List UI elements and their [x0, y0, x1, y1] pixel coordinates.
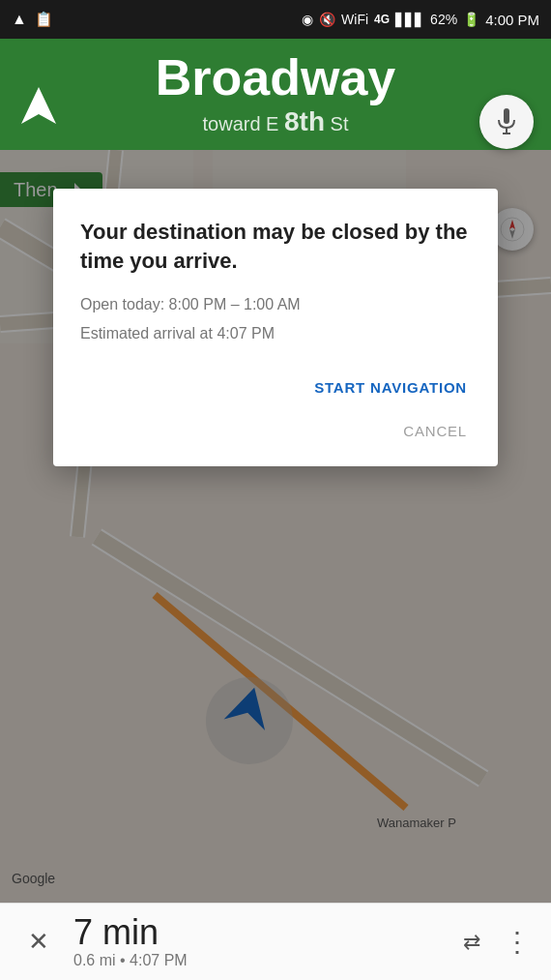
- distance-arrival: 0.6 mi • 4:07 PM: [73, 952, 463, 969]
- navigation-icon: ▲: [12, 11, 27, 28]
- status-bar: ▲ 📋 ◉ 🔇 WiFi 4G ▋▋▋ 62% 🔋 4:00 PM: [0, 0, 551, 39]
- more-options-button[interactable]: ⋮: [504, 926, 532, 958]
- estimated-arrival: Estimated arrival at 4:07 PM: [80, 325, 471, 342]
- battery-percent: 62%: [430, 12, 457, 27]
- status-left-icons: ▲ 📋: [12, 11, 53, 28]
- mute-icon: 🔇: [319, 12, 335, 27]
- dialog-title: Your destination may be closed by the ti…: [80, 218, 471, 275]
- close-button[interactable]: ✕: [19, 927, 58, 957]
- battery-icon: 🔋: [463, 12, 479, 27]
- toward-label: toward E 8th St: [203, 106, 349, 137]
- bottom-actions: ⇄ ⋮: [463, 926, 532, 958]
- svg-rect-1: [504, 108, 509, 124]
- network-4g-label: 4G: [374, 13, 390, 26]
- street-name: Broadway: [156, 52, 396, 103]
- arrival-time: 4:07 PM: [130, 952, 188, 968]
- cancel-button[interactable]: CANCEL: [399, 415, 471, 447]
- wifi-icon: WiFi: [341, 12, 368, 27]
- route-options-button[interactable]: ⇄: [463, 930, 480, 955]
- trip-info: 7 min 0.6 mi • 4:07 PM: [73, 915, 463, 969]
- dialog-overlay: Your destination may be closed by the ti…: [0, 150, 551, 903]
- bottom-bar: ✕ 7 min 0.6 mi • 4:07 PM ⇄ ⋮: [0, 903, 551, 980]
- status-right-icons: ◉ 🔇 WiFi 4G ▋▋▋ 62% 🔋 4:00 PM: [302, 12, 539, 28]
- destination-closed-dialog: Your destination may be closed by the ti…: [53, 189, 498, 466]
- location-icon: ◉: [302, 12, 313, 27]
- distance: 0.6 mi: [73, 952, 116, 968]
- duration: 7 min: [73, 915, 463, 950]
- mic-button[interactable]: [479, 95, 534, 149]
- clock: 4:00 PM: [485, 12, 539, 28]
- dialog-actions: START NAVIGATION CANCEL: [80, 371, 471, 447]
- open-hours: Open today: 8:00 PM – 1:00 AM: [80, 296, 471, 313]
- direction-up-arrow: [19, 85, 58, 137]
- nav-header: Broadway toward E 8th St: [0, 39, 551, 150]
- signal-icon: ▋▋▋: [395, 13, 424, 27]
- separator: •: [120, 952, 130, 968]
- svg-marker-0: [21, 87, 56, 124]
- clipboard-icon: 📋: [35, 11, 53, 28]
- start-navigation-button[interactable]: START NAVIGATION: [310, 371, 471, 403]
